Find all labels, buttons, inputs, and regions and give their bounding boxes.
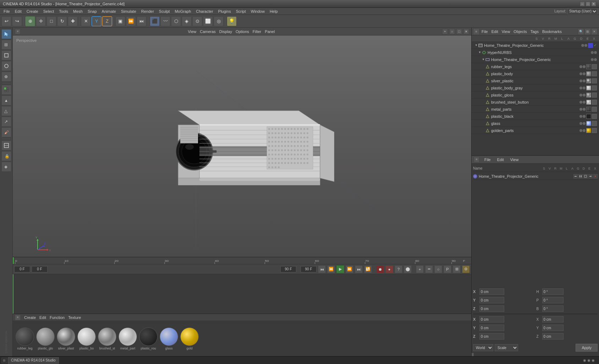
- material-metal-parts[interactable]: metal_part: [119, 327, 137, 350]
- right-file-menu[interactable]: File: [480, 29, 489, 34]
- tool-select[interactable]: [1, 29, 11, 39]
- cube-button[interactable]: ⬛: [150, 16, 160, 26]
- obj-arrow-nurbs[interactable]: ▼: [478, 51, 482, 54]
- end-frame-display[interactable]: [301, 266, 317, 272]
- mat-menu-function[interactable]: Function: [50, 315, 65, 320]
- tool-spline2[interactable]: ◈: [1, 162, 11, 172]
- menu-file[interactable]: File: [1, 9, 12, 14]
- rotate-tool-button[interactable]: ↻: [57, 16, 67, 26]
- rt-search-icon[interactable]: 🔍: [578, 28, 584, 35]
- tl-settings-button[interactable]: ⚙: [462, 265, 470, 273]
- vp-menu-options[interactable]: Options: [236, 29, 249, 34]
- obj-row-silver-plastic[interactable]: silver_plastic: [472, 77, 599, 84]
- obj-row-golden-parts[interactable]: golden_parts: [472, 127, 599, 134]
- obj-arrow-root[interactable]: ▼: [474, 44, 478, 47]
- nurbs-button[interactable]: ⬡: [171, 16, 181, 26]
- play-button[interactable]: ▶: [336, 265, 344, 273]
- menu-create[interactable]: Create: [24, 9, 40, 14]
- coord-b-input[interactable]: [542, 305, 564, 312]
- mat-menu-create[interactable]: Create: [24, 315, 36, 320]
- attr-ctrl-2[interactable]: [578, 174, 583, 178]
- z-button[interactable]: Z: [102, 16, 112, 26]
- frame-input[interactable]: [14, 266, 30, 272]
- right-view-menu[interactable]: View: [500, 29, 512, 34]
- menu-script[interactable]: Script: [234, 9, 248, 14]
- material-plastic-rough[interactable]: plastic_rou: [139, 327, 158, 350]
- right-edit-menu[interactable]: Edit: [490, 29, 500, 34]
- attr-selected-row[interactable]: Home_Theatre_Projector_Generic ✕: [473, 173, 598, 180]
- apply-button[interactable]: Apply: [576, 344, 598, 352]
- menu-select[interactable]: Select: [41, 9, 56, 14]
- mat-menu-edit[interactable]: Edit: [39, 315, 46, 320]
- viewport-menu-icon[interactable]: ≡: [15, 29, 21, 34]
- material-glass[interactable]: glass: [160, 327, 178, 350]
- mat-panel-icon[interactable]: ≡: [15, 315, 21, 320]
- rt-close-icon[interactable]: ✕: [591, 28, 598, 35]
- menu-tools[interactable]: Tools: [57, 9, 70, 14]
- move-tool-button[interactable]: ✛: [36, 16, 46, 26]
- 3d-viewport[interactable]: Perspective: [13, 35, 471, 257]
- layout-select[interactable]: Startup (User): [567, 8, 598, 15]
- key-button[interactable]: ?: [395, 265, 402, 273]
- step-forward-button[interactable]: ⏩: [346, 265, 353, 273]
- attr-edit-menu[interactable]: Edit: [496, 158, 505, 162]
- menu-window[interactable]: Window: [249, 9, 267, 14]
- select-tool-button[interactable]: ⊕: [25, 16, 35, 26]
- undo-button[interactable]: ↩: [1, 16, 11, 26]
- tool-edge-select[interactable]: ▲: [1, 95, 11, 105]
- coord-sz-input[interactable]: [479, 333, 504, 340]
- tool-point-select[interactable]: △: [1, 106, 11, 116]
- tool-rotate[interactable]: [1, 61, 11, 71]
- menu-help[interactable]: Help: [268, 9, 280, 14]
- deformer-button[interactable]: ◈: [182, 16, 192, 26]
- vp-menu-view[interactable]: View: [188, 29, 197, 34]
- coord-sy-input[interactable]: [479, 325, 504, 331]
- obj-row-plastic-body[interactable]: plastic_body: [472, 70, 599, 77]
- render-anim-button[interactable]: ⏩: [126, 16, 136, 26]
- transform-mode-select[interactable]: Scale Position Rotation: [495, 344, 518, 351]
- menu-mesh[interactable]: Mesh: [71, 9, 85, 14]
- obj-row-metal-parts[interactable]: metal_parts: [472, 106, 599, 113]
- obj-row-plastic-black[interactable]: plastic_black: [472, 113, 599, 120]
- obj-row-rubber-legs[interactable]: rubber_legs: [472, 63, 599, 70]
- coord-z-input[interactable]: [479, 305, 504, 312]
- menu-plugins[interactable]: Plugins: [216, 9, 233, 14]
- timeline-track[interactable]: [13, 274, 471, 314]
- tl-grid-button[interactable]: ⊞: [453, 265, 461, 273]
- rt-expand-icon[interactable]: ⊞: [584, 28, 591, 35]
- tool-snap[interactable]: 🔒: [1, 151, 11, 161]
- go-to-end-button[interactable]: ⏭: [355, 265, 363, 273]
- menu-snap[interactable]: Snap: [86, 9, 99, 14]
- minimize-button[interactable]: ─: [580, 1, 585, 6]
- tool-something[interactable]: ⊕: [1, 72, 11, 82]
- material-brushed-steel[interactable]: brushed_st: [98, 327, 116, 350]
- attr-ctrl-1[interactable]: [573, 174, 578, 178]
- obj-row-plastic-body-gray[interactable]: plastic_body_gray: [472, 84, 599, 92]
- frame-display[interactable]: [32, 266, 48, 272]
- record-button[interactable]: ⏺: [376, 265, 384, 273]
- tl-plus-button[interactable]: +: [416, 265, 424, 273]
- obj-arrow-proj[interactable]: ▼: [482, 58, 485, 61]
- loop-button[interactable]: 🔁: [364, 265, 372, 273]
- material-rubber-legs[interactable]: rubber_leg: [16, 327, 34, 350]
- coord-xb-input[interactable]: [542, 316, 564, 322]
- menu-character[interactable]: Character: [194, 9, 215, 14]
- vp-menu-filter[interactable]: Filter: [253, 29, 261, 34]
- attr-icon[interactable]: ≡: [474, 157, 479, 162]
- vp-menu-panel[interactable]: Panel: [265, 29, 275, 34]
- spline-button[interactable]: 〰: [160, 16, 170, 26]
- attr-ctrl-x[interactable]: ✕: [593, 174, 598, 178]
- coord-zb-input[interactable]: [542, 333, 564, 340]
- coord-p-input[interactable]: [542, 297, 564, 303]
- close-button[interactable]: ✕: [591, 1, 596, 6]
- coord-y-input[interactable]: [479, 297, 504, 303]
- material-gold[interactable]: gold: [180, 327, 199, 350]
- tool-poly-select[interactable]: [1, 85, 11, 95]
- render-button2[interactable]: ⏭: [137, 16, 147, 26]
- menu-edit[interactable]: Edit: [13, 9, 24, 14]
- menu-mograph[interactable]: MoGraph: [172, 9, 193, 14]
- menu-render[interactable]: Render: [139, 9, 156, 14]
- tool-knife[interactable]: ↗: [1, 117, 11, 127]
- camera-button[interactable]: ⊙: [192, 16, 202, 26]
- vp-ctrl-3[interactable]: □: [456, 29, 462, 34]
